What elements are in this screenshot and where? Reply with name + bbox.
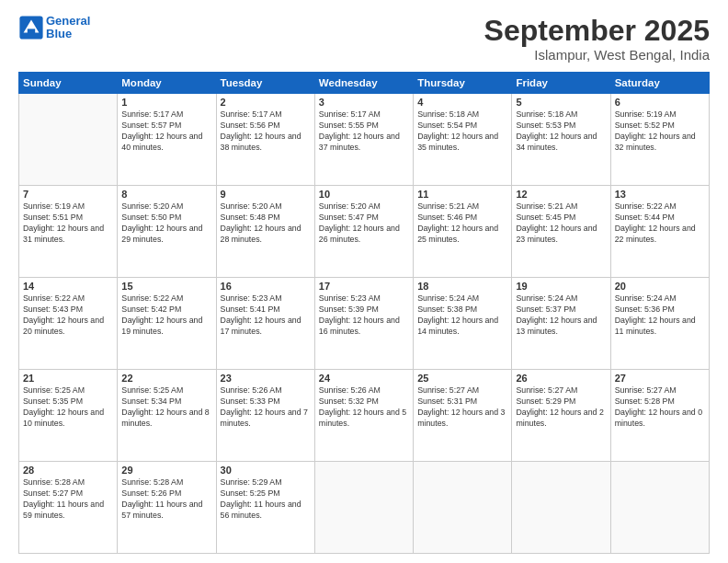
day-info: Sunrise: 5:24 AM Sunset: 5:37 PM Dayligh… [516, 293, 606, 338]
table-row: 1Sunrise: 5:17 AM Sunset: 5:57 PM Daylig… [118, 94, 216, 186]
day-info: Sunrise: 5:27 AM Sunset: 5:29 PM Dayligh… [516, 385, 606, 430]
day-number: 12 [516, 189, 606, 200]
table-row [314, 462, 413, 554]
day-number: 5 [516, 97, 606, 108]
table-row: 13Sunrise: 5:22 AM Sunset: 5:44 PM Dayli… [610, 186, 709, 278]
table-row [19, 94, 118, 186]
day-info: Sunrise: 5:23 AM Sunset: 5:39 PM Dayligh… [319, 293, 409, 338]
table-row: 3Sunrise: 5:17 AM Sunset: 5:55 PM Daylig… [314, 94, 413, 186]
table-row: 20Sunrise: 5:24 AM Sunset: 5:36 PM Dayli… [610, 278, 709, 370]
day-info: Sunrise: 5:17 AM Sunset: 5:56 PM Dayligh… [221, 109, 311, 154]
table-row: 22Sunrise: 5:25 AM Sunset: 5:34 PM Dayli… [118, 370, 216, 462]
day-info: Sunrise: 5:28 AM Sunset: 5:26 PM Dayligh… [121, 477, 211, 522]
day-info: Sunrise: 5:26 AM Sunset: 5:32 PM Dayligh… [319, 385, 409, 430]
day-info: Sunrise: 5:25 AM Sunset: 5:34 PM Dayligh… [121, 385, 211, 430]
day-info: Sunrise: 5:18 AM Sunset: 5:54 PM Dayligh… [417, 109, 507, 154]
table-row [512, 462, 610, 554]
day-number: 7 [23, 189, 113, 200]
col-sunday: Sunday [19, 73, 118, 94]
day-number: 1 [121, 97, 211, 108]
day-number: 25 [417, 373, 507, 384]
day-number: 26 [516, 373, 606, 384]
col-tuesday: Tuesday [216, 73, 314, 94]
day-info: Sunrise: 5:20 AM Sunset: 5:48 PM Dayligh… [221, 201, 311, 246]
logo: General Blue [18, 15, 90, 41]
table-row: 29Sunrise: 5:28 AM Sunset: 5:26 PM Dayli… [118, 462, 216, 554]
day-number: 6 [615, 97, 705, 108]
day-info: Sunrise: 5:22 AM Sunset: 5:43 PM Dayligh… [23, 293, 113, 338]
day-info: Sunrise: 5:28 AM Sunset: 5:27 PM Dayligh… [23, 477, 113, 522]
day-number: 8 [121, 189, 211, 200]
table-row: 26Sunrise: 5:27 AM Sunset: 5:29 PM Dayli… [512, 370, 610, 462]
logo-line2: Blue [46, 27, 72, 40]
day-info: Sunrise: 5:19 AM Sunset: 5:52 PM Dayligh… [615, 109, 705, 154]
col-friday: Friday [512, 73, 610, 94]
day-info: Sunrise: 5:22 AM Sunset: 5:44 PM Dayligh… [615, 201, 705, 246]
table-row: 5Sunrise: 5:18 AM Sunset: 5:53 PM Daylig… [512, 94, 610, 186]
day-number: 29 [121, 465, 211, 476]
day-info: Sunrise: 5:22 AM Sunset: 5:42 PM Dayligh… [121, 293, 211, 338]
day-info: Sunrise: 5:19 AM Sunset: 5:51 PM Dayligh… [23, 201, 113, 246]
table-row: 2Sunrise: 5:17 AM Sunset: 5:56 PM Daylig… [216, 94, 314, 186]
day-info: Sunrise: 5:29 AM Sunset: 5:25 PM Dayligh… [221, 477, 311, 522]
day-info: Sunrise: 5:27 AM Sunset: 5:28 PM Dayligh… [615, 385, 705, 430]
day-number: 27 [615, 373, 705, 384]
day-number: 23 [221, 373, 311, 384]
day-info: Sunrise: 5:26 AM Sunset: 5:33 PM Dayligh… [221, 385, 311, 430]
col-thursday: Thursday [414, 73, 512, 94]
day-number: 14 [23, 281, 113, 292]
day-number: 11 [417, 189, 507, 200]
table-row: 10Sunrise: 5:20 AM Sunset: 5:47 PM Dayli… [314, 186, 413, 278]
table-row: 15Sunrise: 5:22 AM Sunset: 5:42 PM Dayli… [118, 278, 216, 370]
day-number: 24 [319, 373, 409, 384]
table-row: 6Sunrise: 5:19 AM Sunset: 5:52 PM Daylig… [610, 94, 709, 186]
svg-rect-2 [28, 29, 35, 35]
page: General Blue September 2025 Islampur, We… [0, 0, 728, 563]
month-title: September 2025 [484, 15, 710, 47]
day-number: 17 [319, 281, 409, 292]
table-row: 18Sunrise: 5:24 AM Sunset: 5:38 PM Dayli… [414, 278, 512, 370]
day-number: 22 [121, 373, 211, 384]
day-number: 19 [516, 281, 606, 292]
day-number: 10 [319, 189, 409, 200]
location: Islampur, West Bengal, India [484, 47, 710, 63]
table-row: 25Sunrise: 5:27 AM Sunset: 5:31 PM Dayli… [414, 370, 512, 462]
day-number: 21 [23, 373, 113, 384]
header-row: Sunday Monday Tuesday Wednesday Thursday… [19, 73, 710, 94]
title-block: September 2025 Islampur, West Bengal, In… [484, 15, 710, 63]
logo-line1: General [46, 14, 90, 28]
day-info: Sunrise: 5:24 AM Sunset: 5:38 PM Dayligh… [417, 293, 507, 338]
day-number: 3 [319, 97, 409, 108]
header: General Blue September 2025 Islampur, We… [18, 15, 710, 63]
table-row: 24Sunrise: 5:26 AM Sunset: 5:32 PM Dayli… [314, 370, 413, 462]
table-row: 17Sunrise: 5:23 AM Sunset: 5:39 PM Dayli… [314, 278, 413, 370]
table-row: 8Sunrise: 5:20 AM Sunset: 5:50 PM Daylig… [118, 186, 216, 278]
day-number: 9 [221, 189, 311, 200]
day-info: Sunrise: 5:23 AM Sunset: 5:41 PM Dayligh… [221, 293, 311, 338]
table-row: 28Sunrise: 5:28 AM Sunset: 5:27 PM Dayli… [19, 462, 118, 554]
day-number: 30 [221, 465, 311, 476]
table-row: 12Sunrise: 5:21 AM Sunset: 5:45 PM Dayli… [512, 186, 610, 278]
table-row: 19Sunrise: 5:24 AM Sunset: 5:37 PM Dayli… [512, 278, 610, 370]
logo-text: General Blue [46, 15, 90, 41]
col-monday: Monday [118, 73, 216, 94]
table-row: 27Sunrise: 5:27 AM Sunset: 5:28 PM Dayli… [610, 370, 709, 462]
calendar-week-1: 7Sunrise: 5:19 AM Sunset: 5:51 PM Daylig… [19, 186, 710, 278]
table-row [414, 462, 512, 554]
day-info: Sunrise: 5:21 AM Sunset: 5:46 PM Dayligh… [417, 201, 507, 246]
table-row: 14Sunrise: 5:22 AM Sunset: 5:43 PM Dayli… [19, 278, 118, 370]
day-info: Sunrise: 5:17 AM Sunset: 5:57 PM Dayligh… [121, 109, 211, 154]
table-row: 30Sunrise: 5:29 AM Sunset: 5:25 PM Dayli… [216, 462, 314, 554]
day-info: Sunrise: 5:20 AM Sunset: 5:50 PM Dayligh… [121, 201, 211, 246]
day-number: 18 [417, 281, 507, 292]
day-number: 16 [221, 281, 311, 292]
calendar-week-3: 21Sunrise: 5:25 AM Sunset: 5:35 PM Dayli… [19, 370, 710, 462]
logo-icon [18, 15, 44, 40]
calendar-week-0: 1Sunrise: 5:17 AM Sunset: 5:57 PM Daylig… [19, 94, 710, 186]
day-number: 2 [221, 97, 311, 108]
table-row: 9Sunrise: 5:20 AM Sunset: 5:48 PM Daylig… [216, 186, 314, 278]
day-info: Sunrise: 5:25 AM Sunset: 5:35 PM Dayligh… [23, 385, 113, 430]
day-info: Sunrise: 5:27 AM Sunset: 5:31 PM Dayligh… [417, 385, 507, 430]
day-info: Sunrise: 5:24 AM Sunset: 5:36 PM Dayligh… [615, 293, 705, 338]
table-row: 11Sunrise: 5:21 AM Sunset: 5:46 PM Dayli… [414, 186, 512, 278]
